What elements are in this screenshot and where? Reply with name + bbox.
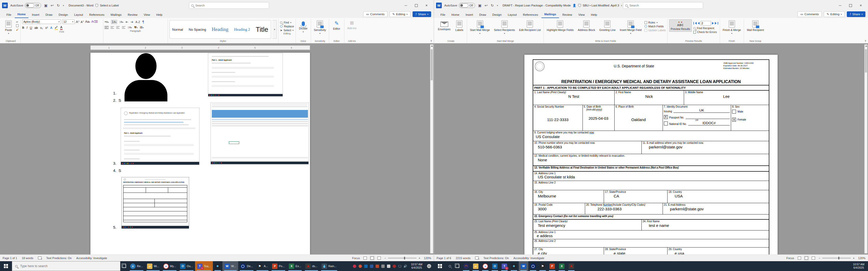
zoom-slider[interactable]: −+	[819, 257, 855, 260]
accessibility-status[interactable]: Accessibility: Investigate	[514, 257, 544, 260]
maximize-button[interactable]	[411, 2, 421, 9]
taskbar2-react-app[interactable]: ⚛	[509, 261, 519, 271]
borders-icon[interactable]: ⊞▾	[140, 26, 144, 29]
horizontal-ruler[interactable]: 123456	[90, 45, 310, 50]
tab-design[interactable]: Design	[56, 12, 71, 18]
female-checkbox[interactable]: X	[732, 118, 736, 122]
national-id-checkbox[interactable]	[664, 122, 668, 126]
field-id-number[interactable]: IDDOC#	[688, 121, 730, 126]
taskbar2-word[interactable]: W	[519, 261, 528, 271]
document-canvas-left[interactable]: 123456 Part 1 - Adult Applicant 1. 2. S …	[0, 43, 434, 255]
field-ec-address1[interactable]: e addess	[534, 234, 768, 238]
dictate-button[interactable]: Dictate▾	[297, 20, 309, 34]
line-spacing-icon[interactable]: ↕≡▾	[128, 26, 132, 29]
accessibility-status[interactable]: Accessibility: Investigate	[76, 257, 107, 260]
taskbar-powerpoint[interactable]: PPo...	[270, 261, 287, 271]
previous-record-icon[interactable]	[698, 22, 700, 25]
page-right[interactable]: U.S. Department of State OMB Approval Nu…	[524, 55, 778, 255]
multilevel-list-icon[interactable]: ⁝≡▾	[119, 20, 123, 24]
redo-icon[interactable]: ↻	[57, 3, 60, 7]
taskbar-clock[interactable]: 10:57 AM6/4/2025	[409, 263, 424, 269]
save-icon[interactable]: ▣	[44, 3, 48, 7]
vertical-scrollbar-left[interactable]	[430, 44, 433, 253]
taskbar-flag-app[interactable]: ⚑A...	[255, 261, 270, 271]
taskbar-dev-app[interactable]: ◯De...	[238, 261, 255, 271]
field-lodging[interactable]: US Consulate	[534, 134, 768, 140]
field-middle-name[interactable]: Lee	[685, 94, 768, 99]
tray-volume-icon[interactable]: 🔊	[404, 265, 407, 268]
tab-insert[interactable]: Insert	[29, 12, 42, 18]
print-layout-icon[interactable]	[370, 257, 374, 260]
bold-button[interactable]: B	[22, 26, 24, 30]
field-email-address[interactable]: parkernl@state.gov	[664, 206, 768, 212]
highlight-merge-fields-button[interactable]: Highlight Merge Fields	[545, 20, 575, 33]
strikethrough-button[interactable]: ab	[34, 26, 38, 30]
tray-shield-icon[interactable]	[381, 265, 385, 268]
sort-icon[interactable]: A↓Z	[135, 21, 140, 24]
increase-indent-icon[interactable]: ⇥	[130, 20, 133, 24]
field-medical[interactable]: None	[534, 157, 768, 163]
taskbar-search[interactable]	[12, 261, 120, 271]
document-canvas-right[interactable]: U.S. Department of State OMB Approval Nu…	[434, 43, 868, 255]
change-case-icon[interactable]: Aa▾	[85, 20, 90, 24]
text-effects-icon[interactable]: A	[50, 26, 53, 30]
clear-formatting-icon[interactable]: A⌫	[91, 20, 98, 24]
select-label-button[interactable]: Select a Label	[100, 4, 119, 7]
field-ec-last-name[interactable]: Test emergency	[534, 223, 641, 228]
web-layout-icon[interactable]	[812, 257, 815, 260]
taskbar2-teams[interactable]: T1	[500, 261, 509, 271]
align-left-icon[interactable]	[105, 26, 108, 29]
word-count[interactable]: 2215 words	[456, 257, 470, 260]
mail-recipient-button[interactable]: Mail Recipient	[746, 20, 765, 33]
tab-help[interactable]: Help	[588, 12, 600, 18]
save-icon[interactable]: ▣	[478, 3, 482, 7]
focus-button[interactable]: Focus	[352, 257, 360, 260]
check-for-errors-button[interactable]: Check for Errors	[693, 30, 718, 34]
taskbar2-powerpoint[interactable]: P	[548, 261, 557, 271]
taskbar2-dev-app[interactable]: ◯	[528, 261, 538, 271]
find-button[interactable]: Find▾	[280, 21, 294, 24]
field-ssn[interactable]: 111-22-3333	[534, 117, 582, 123]
bullets-icon[interactable]: •≡▾	[105, 20, 109, 24]
font-name-combo[interactable]: Aptos (Body)▾	[22, 20, 61, 24]
tab-draw[interactable]: Draw	[476, 12, 489, 18]
font-size-combo[interactable]: 12▾	[62, 20, 75, 24]
taskbar2-file-explorer[interactable]: ▱	[471, 261, 480, 271]
tray-onedrive-icon[interactable]	[370, 265, 373, 268]
collapse-ribbon-icon[interactable]: ∨	[430, 39, 432, 42]
share-button[interactable]: ⤴ Share ▾	[412, 11, 431, 17]
highlight-color-button[interactable]: 🖉	[55, 26, 58, 30]
taskbar-chrome[interactable]: ●My...	[161, 261, 178, 271]
start-mail-merge-button[interactable]: Start Mail Merge▾	[469, 20, 491, 36]
tab-review[interactable]: Review	[560, 12, 575, 18]
print-layout-icon[interactable]	[805, 257, 808, 260]
align-center-icon[interactable]	[111, 26, 114, 29]
field-email-now[interactable]: parkernl@state.gov	[643, 144, 768, 150]
field-ec-address2[interactable]	[534, 242, 768, 244]
autosave-switch[interactable]	[26, 3, 34, 7]
proofing-errors-icon[interactable]	[475, 257, 479, 259]
autosave-switch[interactable]	[460, 3, 468, 7]
finish-merge-button[interactable]: Finish & Merge▾	[721, 20, 742, 36]
subscript-button[interactable]: x₂	[40, 26, 43, 30]
labels-button[interactable]: Labels	[454, 20, 465, 33]
field-ec-state[interactable]: e state	[605, 250, 666, 255]
taskbar2-acrobat[interactable]: A	[566, 261, 576, 271]
taskbar2-firefox[interactable]: ◠	[461, 261, 471, 271]
taskbar-react-app[interactable]: ⚛	[213, 261, 222, 271]
embedded-screenshot-forms-top[interactable]: Part 1 - Adult Applicant	[208, 53, 283, 97]
tab-file[interactable]: File	[438, 12, 448, 18]
italic-button[interactable]: I	[27, 26, 28, 30]
notification-center[interactable]: 21	[426, 264, 432, 268]
word-count[interactable]: 18 words	[22, 257, 33, 260]
read-mode-icon[interactable]	[798, 257, 801, 260]
align-right-icon[interactable]	[116, 26, 120, 29]
tab-file[interactable]: File	[4, 12, 14, 18]
tray-stack-icon[interactable]	[376, 265, 379, 268]
tray-outlook-icon[interactable]	[364, 265, 368, 268]
sensitivity-button[interactable]: Sensitivity▾	[313, 20, 327, 36]
edit-recipient-list-button[interactable]: Edit Recipient List	[518, 20, 542, 33]
editor-button[interactable]: ✎Editor	[331, 20, 343, 31]
tray-status-icon[interactable]	[353, 265, 356, 268]
collapse-ribbon-icon[interactable]: ∨	[865, 39, 866, 42]
